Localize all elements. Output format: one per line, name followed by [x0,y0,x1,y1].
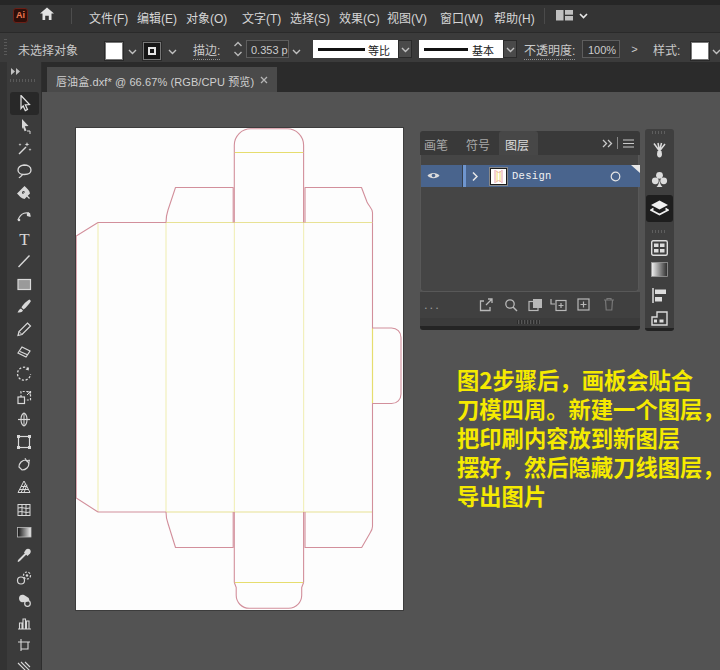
svg-text:T: T [19,231,30,248]
